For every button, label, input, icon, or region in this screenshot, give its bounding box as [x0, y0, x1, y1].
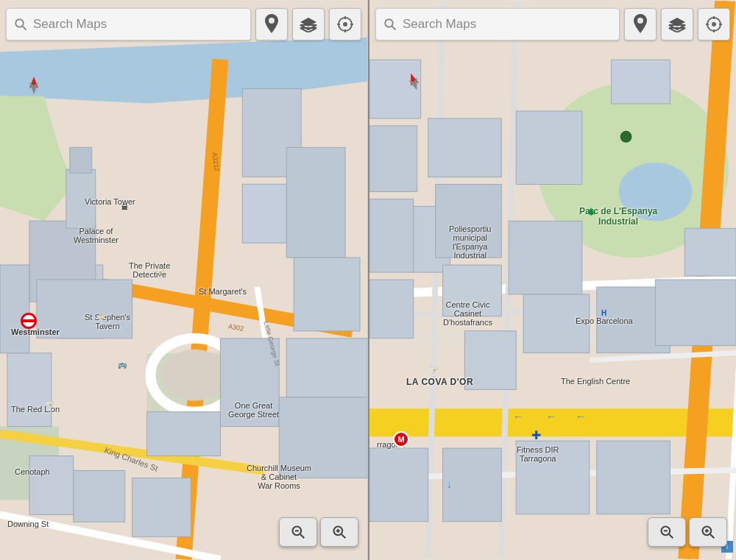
poi-cocktail-left3: 🍸: [44, 401, 55, 411]
svg-rect-75: [516, 111, 582, 185]
zoom-in-icon: [332, 525, 347, 539]
left-zoom-out[interactable]: [279, 517, 317, 547]
arrow-right-3: ←: [513, 411, 523, 422]
svg-rect-74: [509, 221, 582, 294]
svg-line-50: [342, 534, 345, 538]
svg-rect-20: [294, 258, 360, 331]
poi-cocktail-right: 🍸: [428, 366, 439, 377]
svg-rect-72: [436, 185, 502, 258]
arrow-right-2: ←: [576, 411, 586, 422]
svg-rect-84: [464, 331, 516, 390]
svg-rect-82: [523, 294, 590, 353]
underground-marker: [21, 313, 37, 329]
location-icon: [336, 15, 354, 33]
svg-point-11: [162, 350, 228, 401]
svg-rect-80: [597, 441, 670, 514]
svg-rect-27: [132, 478, 191, 536]
svg-rect-71: [428, 118, 502, 177]
arrow-down: ↓: [447, 478, 452, 490]
poi-cocktail-left: 🍸: [155, 269, 166, 279]
svg-rect-77: [369, 448, 428, 522]
right-layers-icon: [668, 16, 687, 32]
right-zoom-controls: [648, 517, 727, 547]
svg-point-95: [712, 22, 716, 26]
search-icon: [14, 18, 27, 31]
svg-rect-24: [147, 412, 221, 456]
svg-rect-15: [70, 147, 92, 173]
svg-rect-29: [0, 265, 29, 353]
svg-rect-26: [74, 470, 125, 522]
svg-rect-86: [655, 280, 736, 346]
zoom-out-icon: [291, 525, 305, 539]
right-pin-icon: [632, 14, 648, 35]
svg-rect-14: [66, 169, 96, 228]
svg-rect-22: [286, 339, 367, 397]
svg-point-54: [620, 131, 632, 143]
right-zoom-out[interactable]: [648, 517, 686, 547]
arrow-right-1: ←: [546, 411, 556, 422]
svg-rect-28: [7, 353, 52, 427]
poi-bus-left: 🚌: [118, 361, 127, 369]
svg-line-46: [300, 534, 304, 538]
svg-rect-23: [279, 397, 367, 478]
poi-tree-right: 🌲: [587, 208, 595, 216]
left-zoom-controls: [279, 517, 358, 547]
right-zoom-in[interactable]: [689, 517, 727, 547]
svg-point-53: [619, 163, 693, 221]
svg-rect-73: [443, 265, 502, 316]
nav-arrow-left: [22, 74, 46, 100]
svg-point-88: [385, 19, 393, 27]
svg-line-108: [710, 534, 714, 538]
poi-cocktail-left2: 🍸: [96, 315, 107, 325]
search-placeholder: Search Maps: [33, 17, 107, 32]
left-search-bar: Search Maps: [6, 6, 361, 43]
svg-point-90: [637, 18, 643, 24]
right-zoom-in-icon: [701, 525, 715, 539]
right-pin-button[interactable]: [624, 8, 657, 40]
left-map-panel[interactable]: Search Maps: [0, 0, 368, 560]
svg-rect-19: [286, 147, 345, 258]
svg-line-104: [669, 534, 673, 538]
svg-rect-25: [29, 456, 74, 515]
right-location-button[interactable]: [698, 8, 730, 40]
right-search-bar: Search Maps: [375, 6, 730, 43]
svg-rect-87: [684, 228, 736, 276]
right-map-panel[interactable]: Search Maps: [368, 0, 736, 560]
svg-line-89: [392, 26, 396, 30]
right-search-placeholder: Search Maps: [403, 17, 476, 32]
svg-rect-79: [516, 441, 590, 514]
svg-line-31: [23, 26, 26, 30]
svg-rect-16: [37, 280, 132, 339]
svg-point-30: [15, 19, 24, 27]
left-search-input[interactable]: Search Maps: [6, 8, 251, 40]
svg-rect-21: [220, 339, 279, 427]
svg-rect-69: [369, 199, 414, 272]
layers-icon: [299, 16, 318, 32]
right-layers-button[interactable]: [661, 8, 693, 40]
left-location-button[interactable]: [329, 8, 361, 40]
svg-rect-68: [369, 126, 417, 192]
poi-hotel-right: H: [601, 309, 606, 317]
left-pin-button[interactable]: [255, 8, 288, 40]
left-layers-button[interactable]: [292, 8, 325, 40]
svg-point-37: [343, 22, 347, 26]
svg-point-32: [269, 18, 275, 24]
svg-rect-81: [612, 60, 670, 104]
svg-rect-85: [369, 280, 414, 339]
right-zoom-out-icon: [659, 525, 674, 539]
poi-building-victoria: 🏛: [121, 204, 128, 211]
pin-icon: [263, 14, 280, 35]
right-location-icon: [705, 15, 723, 33]
poi-fitness: ✚: [531, 428, 541, 442]
right-search-icon: [383, 18, 397, 31]
left-zoom-in[interactable]: [320, 517, 358, 547]
right-search-input[interactable]: Search Maps: [375, 8, 620, 40]
